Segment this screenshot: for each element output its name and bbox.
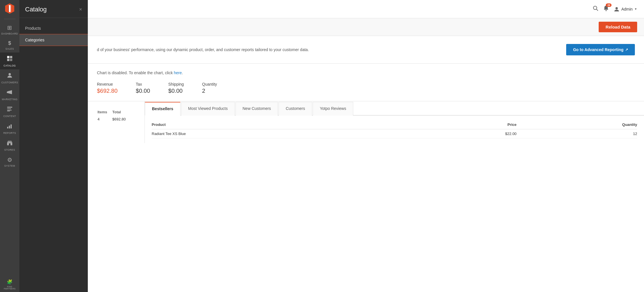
sidebar-item-label: SYSTEM (4, 164, 15, 167)
svg-rect-18 (9, 143, 11, 145)
tab-bar: Bestsellers Most Viewed Products New Cus… (145, 101, 644, 116)
sidebar-item-customers[interactable]: CUSTOMERS (0, 69, 19, 86)
product-name: Radiant Tee XS Blue (152, 129, 426, 138)
page-header-bar: Reload Data (88, 18, 644, 36)
flyout-nav: Products Categories (19, 23, 88, 46)
flyout-title: Catalog (25, 6, 47, 13)
notification-badge: 39 (606, 3, 612, 7)
product-col-header: Product (152, 120, 426, 129)
price-col-header: Price (426, 120, 517, 129)
summary-table: Items Total 4 $692.80 (97, 108, 131, 123)
tab-bestsellers[interactable]: Bestsellers (145, 102, 180, 116)
advanced-reporting-text: d of your business' performance, using o… (97, 47, 566, 52)
admin-chevron: ▼ (634, 7, 637, 11)
top-header: 39 Admin ▼ (88, 0, 644, 18)
svg-rect-4 (7, 56, 9, 58)
search-button[interactable] (593, 5, 598, 13)
sidebar-item-system[interactable]: ⚙ SYSTEM (0, 154, 19, 170)
svg-rect-12 (7, 110, 12, 110)
external-link-icon: ↗ (625, 48, 628, 52)
stats-section: Chart is disabled. To enable the chart, … (88, 64, 644, 101)
sidebar-item-label: REPORTS (3, 132, 16, 134)
items-header: Items (97, 109, 112, 115)
sidebar-item-label: DASHBOARD (1, 32, 18, 35)
svg-rect-10 (7, 107, 12, 108)
tab-yotpo-reviews[interactable]: Yotpo Reviews (313, 102, 353, 116)
tab-customers[interactable]: Customers (279, 102, 312, 116)
sidebar-divider (4, 19, 15, 19)
sidebar-item-label: MARKETING (2, 98, 17, 101)
bottom-section: Items Total 4 $692.80 Bestsellers (88, 101, 644, 143)
items-value: 4 (97, 116, 112, 122)
stat-tax: Tax $0.00 (136, 82, 150, 94)
flyout-nav-products[interactable]: Products (19, 23, 88, 34)
sidebar-item-label: FIND PARTNERS (1, 286, 18, 290)
stat-revenue: Revenue $692.80 (97, 82, 117, 94)
summary-table-pane: Items Total 4 $692.80 (88, 101, 145, 143)
find-partners-icon: 🧩 (7, 279, 13, 285)
flyout-close-button[interactable]: × (79, 7, 82, 13)
stat-revenue-label: Revenue (97, 82, 117, 86)
flyout-header: Catalog × (19, 6, 88, 18)
tab-most-viewed[interactable]: Most Viewed Products (181, 102, 235, 116)
reload-data-button[interactable]: Reload Data (599, 22, 637, 32)
svg-line-20 (596, 9, 598, 11)
stat-shipping-label: Shipping (168, 82, 184, 86)
sidebar-item-label: STORES (4, 148, 15, 151)
sidebar-item-catalog[interactable]: CATALOG (0, 53, 19, 69)
stat-revenue-value: $692.80 (97, 88, 117, 94)
table-row: 4 $692.80 (97, 116, 130, 122)
svg-point-21 (606, 10, 607, 11)
dashboard-icon: ⊞ (7, 24, 12, 31)
flyout-menu: Catalog × Products Categories (19, 0, 88, 292)
sidebar-logo[interactable] (4, 3, 15, 15)
sidebar-item-reports[interactable]: REPORTS (0, 120, 19, 137)
sidebar-item-label: SALES (5, 47, 14, 50)
catalog-icon (7, 55, 13, 63)
stat-quantity: Quantity 2 (202, 82, 217, 94)
stat-shipping-value: $0.00 (168, 88, 184, 94)
sidebar-item-stores[interactable]: STORES (0, 137, 19, 154)
main-content: 39 Admin ▼ Reload Data d of your busines… (88, 0, 644, 292)
system-icon: ⚙ (7, 156, 13, 163)
sidebar-item-find-partners[interactable]: 🧩 FIND PARTNERS (0, 276, 19, 292)
customers-icon (7, 72, 13, 80)
advanced-reporting-button[interactable]: Go to Advanced Reporting ↗ (566, 44, 635, 55)
stat-tax-value: $0.00 (136, 88, 150, 94)
stats-row: Revenue $692.80 Tax $0.00 Shipping $0.00… (97, 82, 635, 94)
chart-enable-link[interactable]: here (174, 71, 182, 75)
sidebar-item-marketing[interactable]: MARKETING (0, 86, 19, 103)
svg-rect-14 (7, 127, 8, 128)
sidebar-item-dashboard[interactable]: ⊞ DASHBOARD (0, 21, 19, 37)
quantity-col-header: Quantity (517, 120, 637, 129)
stat-quantity-label: Quantity (202, 82, 217, 86)
stat-shipping: Shipping $0.00 (168, 82, 184, 94)
total-value: $692.80 (112, 116, 130, 122)
flyout-nav-categories[interactable]: Categories (19, 34, 88, 46)
svg-rect-9 (7, 92, 8, 93)
sidebar-item-label: CONTENT (3, 115, 16, 118)
sidebar-item-label: CATALOG (4, 64, 16, 67)
content-icon (7, 106, 13, 114)
chart-disabled-message: Chart is disabled. To enable the chart, … (97, 71, 635, 75)
marketing-icon (7, 89, 13, 97)
product-quantity: 12 (517, 129, 637, 138)
svg-rect-11 (7, 108, 11, 109)
sidebar-item-sales[interactable]: $ SALES (0, 37, 19, 53)
stat-tax-label: Tax (136, 82, 150, 86)
table-row: Radiant Tee XS Blue $22.00 12 (152, 129, 637, 138)
products-table: Product Price Quantity Radiant Tee XS Bl… (152, 120, 637, 138)
sidebar: ⊞ DASHBOARD $ SALES CATALOG CUSTOMERS (0, 0, 19, 292)
product-price: $22.00 (426, 129, 517, 138)
notifications-button[interactable]: 39 (603, 5, 609, 13)
svg-rect-3 (9, 5, 11, 12)
admin-menu[interactable]: Admin ▼ (614, 6, 637, 12)
tabs-pane: Bestsellers Most Viewed Products New Cus… (145, 101, 644, 143)
sidebar-item-content[interactable]: CONTENT (0, 103, 19, 120)
total-header: Total (112, 109, 130, 115)
tab-new-customers[interactable]: New Customers (235, 102, 278, 116)
svg-rect-13 (7, 111, 10, 111)
svg-rect-6 (7, 59, 9, 61)
advanced-reporting-banner: d of your business' performance, using o… (88, 36, 644, 64)
products-table-area: Product Price Quantity Radiant Tee XS Bl… (145, 116, 644, 143)
